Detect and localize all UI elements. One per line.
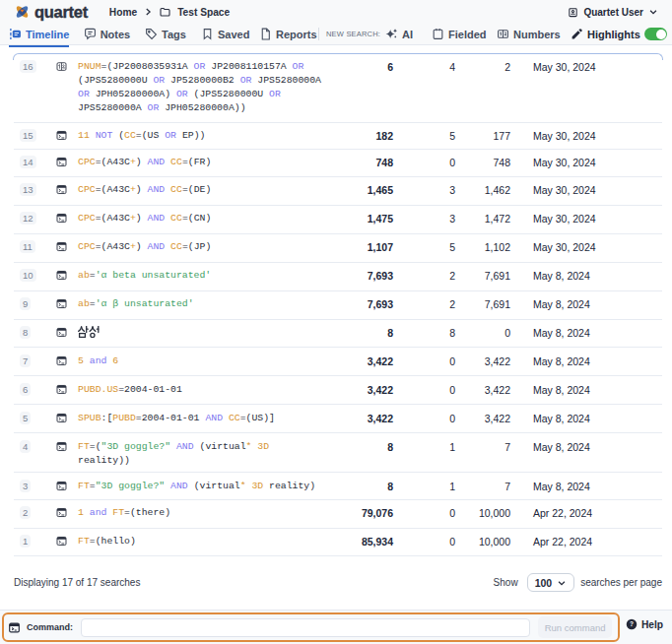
svg-text:?: ?	[630, 620, 634, 627]
